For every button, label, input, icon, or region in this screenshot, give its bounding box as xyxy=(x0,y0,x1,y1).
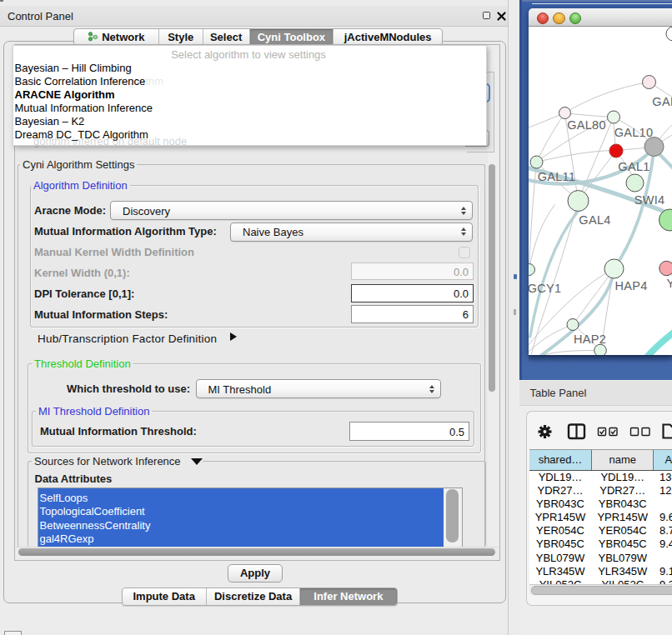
svg-text:GAL2: GAL2 xyxy=(652,94,672,108)
svg-text:GAL1: GAL1 xyxy=(618,159,649,172)
svg-text:SWI4: SWI4 xyxy=(634,192,664,206)
svg-text:GAL11: GAL11 xyxy=(537,169,575,182)
svg-text:YJ: YJ xyxy=(666,276,672,289)
svg-text:HAP4: HAP4 xyxy=(614,278,647,292)
svg-text:GAL10: GAL10 xyxy=(614,125,653,138)
svg-text:GCY1: GCY1 xyxy=(529,281,561,294)
svg-text:HAP2: HAP2 xyxy=(573,332,605,345)
svg-text:GAL4: GAL4 xyxy=(579,212,610,226)
svg-text:GAL80: GAL80 xyxy=(567,118,606,131)
